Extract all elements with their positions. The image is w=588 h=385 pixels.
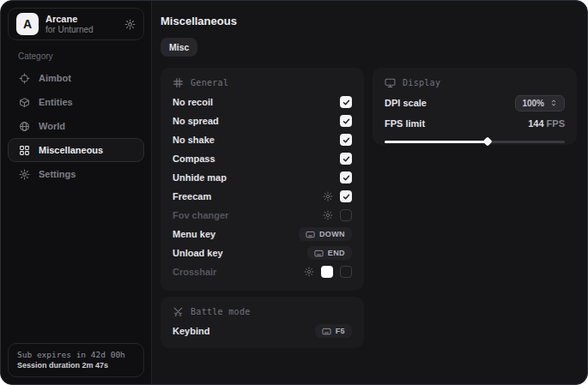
crosshair-color-swatch[interactable] bbox=[321, 266, 333, 278]
keybind-label: Keybind bbox=[173, 326, 209, 336]
gear-icon[interactable] bbox=[304, 267, 314, 277]
main-content: Miscellaneous Misc General No recoil No … bbox=[153, 1, 587, 384]
display-card-header: Display bbox=[385, 77, 565, 88]
sidebar-item-aimbot[interactable]: Aimbot bbox=[8, 66, 144, 90]
setting-row-no-spread: No spread bbox=[173, 111, 352, 130]
dpi-scale-value: 100% bbox=[522, 99, 544, 108]
setting-row-no-recoil: No recoil bbox=[173, 93, 352, 111]
sidebar-item-label: Settings bbox=[39, 169, 76, 179]
sidebar: A Arcane for Unturned Category A bbox=[1, 1, 152, 384]
battle-keybind-row: Keybind F5 bbox=[173, 322, 352, 340]
subscription-expiry: Sub expires in 42d 00h bbox=[17, 349, 135, 360]
sidebar-item-settings[interactable]: Settings bbox=[8, 162, 144, 186]
sidebar-item-label: Aimbot bbox=[39, 73, 71, 83]
setting-row-compass: Compass bbox=[173, 149, 352, 168]
fps-limit-value: 144 FPS bbox=[528, 118, 565, 129]
setting-label: Compass bbox=[173, 153, 215, 164]
dpi-scale-select[interactable]: 100% bbox=[515, 95, 565, 111]
chevron-up-down-icon bbox=[549, 99, 558, 107]
fps-limit-row: FPS limit 144 FPS bbox=[385, 113, 565, 134]
key-label: F5 bbox=[336, 327, 345, 335]
display-card: Display DPI scale 100% FPS limit 144 FPS bbox=[373, 68, 577, 145]
dpi-scale-row: DPI scale 100% bbox=[385, 93, 565, 113]
key-label: END bbox=[328, 249, 345, 257]
no-shake-checkbox[interactable] bbox=[340, 134, 352, 146]
setting-label: Crosshair bbox=[173, 267, 216, 277]
session-duration: Session duration 2m 47s bbox=[17, 360, 135, 370]
general-card-title: General bbox=[191, 78, 228, 87]
category-label: Category bbox=[18, 51, 151, 61]
setting-label: No spread bbox=[173, 116, 219, 126]
general-card-header: General bbox=[173, 77, 352, 88]
fps-limit-slider[interactable] bbox=[385, 137, 565, 146]
battle-key-binding[interactable]: F5 bbox=[315, 324, 352, 338]
setting-row-unload-key: Unload key END bbox=[173, 244, 352, 262]
grid-icon bbox=[19, 145, 30, 156]
setting-row-menu-key: Menu key DOWN bbox=[173, 225, 352, 244]
keyboard-icon bbox=[322, 328, 331, 335]
sidebar-item-label: Miscellaneous bbox=[39, 145, 103, 155]
setting-label: No shake bbox=[173, 135, 215, 145]
setting-label: Unload key bbox=[173, 248, 223, 258]
menu-key-binding[interactable]: DOWN bbox=[299, 227, 352, 241]
app-title-block: Arcane for Unturned bbox=[45, 14, 118, 35]
unhide-map-checkbox[interactable] bbox=[340, 171, 352, 183]
monitor-icon bbox=[385, 77, 396, 88]
setting-row-unhide-map: Unhide map bbox=[173, 168, 352, 187]
crosshair-icon bbox=[19, 73, 30, 84]
keyboard-icon bbox=[314, 250, 324, 257]
battle-mode-card: Battle mode Keybind F5 bbox=[161, 297, 364, 348]
fps-slider-thumb[interactable] bbox=[482, 136, 492, 146]
fps-slider-fill bbox=[385, 141, 488, 143]
app-name: Arcane bbox=[45, 14, 118, 25]
freecam-checkbox[interactable] bbox=[340, 190, 352, 202]
setting-label: Fov changer bbox=[173, 210, 228, 220]
fov-changer-checkbox[interactable] bbox=[340, 209, 352, 221]
gear-icon[interactable] bbox=[124, 19, 136, 30]
key-label: DOWN bbox=[319, 230, 345, 238]
app-logo: A bbox=[16, 13, 39, 35]
page-title: Miscellaneous bbox=[161, 15, 587, 27]
sidebar-item-miscellaneous[interactable]: Miscellaneous bbox=[8, 138, 144, 162]
setting-label: Unhide map bbox=[173, 172, 227, 183]
sidebar-item-label: World bbox=[39, 121, 65, 131]
gear-icon bbox=[19, 169, 30, 180]
setting-row-crosshair: Crosshair bbox=[173, 262, 352, 281]
unload-key-binding[interactable]: END bbox=[307, 246, 352, 260]
fps-limit-label: FPS limit bbox=[385, 118, 425, 129]
no-recoil-checkbox[interactable] bbox=[340, 96, 352, 108]
globe-icon bbox=[19, 121, 30, 132]
tab-row: Misc bbox=[161, 38, 587, 57]
fps-unit: FPS bbox=[547, 118, 565, 129]
setting-row-no-shake: No shake bbox=[173, 130, 352, 149]
setting-label: Menu key bbox=[173, 229, 215, 239]
sidebar-nav: Aimbot Entities World bbox=[1, 66, 151, 186]
gear-icon[interactable] bbox=[323, 210, 333, 220]
display-card-title: Display bbox=[403, 78, 440, 87]
sidebar-item-entities[interactable]: Entities bbox=[8, 90, 144, 114]
swords-icon bbox=[173, 306, 184, 317]
gear-icon[interactable] bbox=[323, 191, 333, 202]
sidebar-item-world[interactable]: World bbox=[8, 114, 144, 138]
logo-card: A Arcane for Unturned bbox=[8, 8, 144, 40]
cube-icon bbox=[19, 97, 30, 108]
compass-checkbox[interactable] bbox=[340, 153, 352, 165]
battle-card-title: Battle mode bbox=[191, 307, 251, 316]
setting-label: Freecam bbox=[173, 191, 211, 202]
general-card: General No recoil No spread No shake Com… bbox=[161, 68, 364, 291]
app-subtitle: for Unturned bbox=[45, 25, 118, 35]
setting-row-freecam: Freecam bbox=[173, 187, 352, 206]
hash-grid-icon bbox=[173, 77, 184, 88]
dpi-scale-label: DPI scale bbox=[385, 98, 427, 108]
setting-row-fov-changer: Fov changer bbox=[173, 206, 352, 225]
crosshair-checkbox[interactable] bbox=[340, 266, 352, 278]
keyboard-icon bbox=[306, 231, 315, 238]
subscription-status-card: Sub expires in 42d 00h Session duration … bbox=[8, 343, 144, 377]
fps-number: 144 bbox=[528, 118, 543, 129]
no-spread-checkbox[interactable] bbox=[340, 115, 352, 127]
setting-label: No recoil bbox=[173, 97, 213, 107]
app-window: A Arcane for Unturned Category A bbox=[0, 0, 588, 385]
battle-card-header: Battle mode bbox=[173, 306, 352, 317]
tab-misc[interactable]: Misc bbox=[161, 38, 197, 57]
sidebar-item-label: Entities bbox=[39, 97, 73, 107]
